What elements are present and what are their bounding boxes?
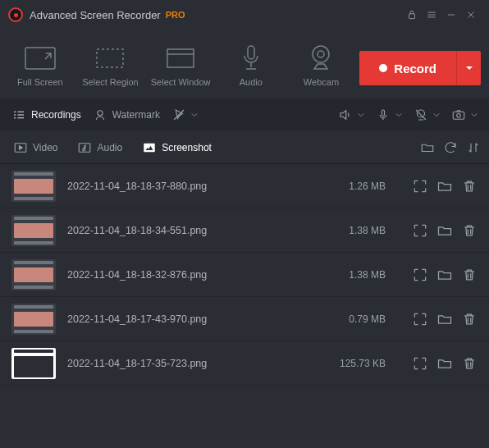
- file-row[interactable]: 2022-11-04_18-18-32-876.png 1.38 MB: [0, 253, 489, 297]
- mode-window[interactable]: Select Window: [149, 44, 213, 87]
- mic-toggle[interactable]: [372, 104, 405, 126]
- thumbnail: [11, 215, 56, 246]
- edit-icon[interactable]: [412, 267, 428, 283]
- chevron-down-icon: [395, 112, 402, 118]
- file-name: 2022-11-04_18-18-32-876.png: [67, 269, 264, 281]
- microphone-icon: [233, 44, 269, 72]
- file-name: 2022-11-04_18-17-43-970.png: [67, 313, 264, 325]
- recordings-label: Recordings: [31, 109, 81, 121]
- file-size: 125.73 KB: [320, 358, 386, 369]
- recordings-toggle[interactable]: Recordings: [8, 104, 85, 126]
- mode-label: Audio: [240, 77, 263, 87]
- file-list: 2022-11-04_18-18-37-880.png 1.26 MB 2022…: [0, 164, 489, 386]
- trash-icon[interactable]: [461, 355, 478, 372]
- thumbnail: [11, 304, 56, 335]
- settings-toolbar: Recordings Watermark: [0, 98, 489, 131]
- webcam-icon: [303, 44, 339, 72]
- tab-screenshot[interactable]: Screenshot: [137, 137, 217, 158]
- svg-point-11: [457, 114, 461, 118]
- mode-label: Select Region: [82, 77, 139, 87]
- trash-icon[interactable]: [461, 311, 478, 327]
- file-row[interactable]: 2022-11-04_18-17-43-970.png 0.79 MB: [0, 297, 489, 341]
- refresh-icon[interactable]: [443, 140, 458, 155]
- file-row[interactable]: 2022-11-04_18-18-34-551.png 1.38 MB: [0, 208, 489, 253]
- svg-point-6: [318, 51, 324, 57]
- webcam-toggle[interactable]: [410, 104, 443, 126]
- file-name: 2022-11-04_18-18-34-551.png: [67, 225, 264, 236]
- tab-video[interactable]: Video: [8, 137, 62, 158]
- mode-label: Full Screen: [17, 77, 63, 87]
- edit-icon[interactable]: [412, 355, 428, 372]
- chevron-down-icon: [433, 112, 440, 118]
- chevron-down-icon: [471, 112, 478, 118]
- folder-icon[interactable]: [436, 222, 453, 239]
- mode-label: Select Window: [151, 77, 211, 87]
- open-folder-icon[interactable]: [420, 140, 435, 155]
- svg-rect-10: [453, 112, 464, 119]
- svg-rect-2: [97, 49, 123, 67]
- speaker-toggle[interactable]: [335, 104, 368, 126]
- record-dropdown[interactable]: [456, 51, 481, 85]
- svg-rect-0: [409, 14, 415, 19]
- file-name: 2022-11-04_18-17-35-723.png: [67, 358, 264, 369]
- trash-icon[interactable]: [461, 267, 478, 283]
- camera-icon: [451, 107, 466, 122]
- camera-toggle[interactable]: [448, 104, 481, 126]
- file-size: 0.79 MB: [320, 313, 386, 325]
- thumbnail: [11, 259, 56, 290]
- mode-label: Webcam: [304, 77, 339, 87]
- lock-icon[interactable]: [402, 5, 422, 25]
- screenshot-icon: [142, 140, 157, 155]
- folder-icon[interactable]: [436, 178, 453, 194]
- sort-icon[interactable]: [466, 140, 481, 155]
- record-button[interactable]: Record: [359, 51, 456, 85]
- file-row[interactable]: 2022-11-04_18-18-37-880.png 1.26 MB: [0, 164, 489, 208]
- file-name: 2022-11-04_18-18-37-880.png: [67, 181, 264, 192]
- window-icon: [162, 44, 199, 72]
- edit-icon[interactable]: [412, 311, 428, 327]
- tab-label: Audio: [97, 142, 122, 153]
- titlebar: Advanced Screen Recorder PRO: [0, 0, 489, 30]
- mic-icon: [376, 107, 391, 122]
- video-icon: [13, 140, 28, 155]
- pro-badge: PRO: [166, 10, 185, 20]
- file-size: 1.26 MB: [320, 181, 386, 192]
- trash-icon[interactable]: [461, 178, 478, 194]
- mode-region[interactable]: Select Region: [79, 44, 143, 87]
- list-icon: [11, 107, 26, 122]
- chevron-down-icon: [191, 112, 198, 118]
- watermark-toggle[interactable]: Watermark: [89, 104, 163, 126]
- folder-icon[interactable]: [436, 355, 453, 372]
- svg-point-9: [418, 110, 425, 117]
- svg-point-5: [313, 46, 329, 62]
- webcam-off-icon: [414, 107, 428, 122]
- close-icon[interactable]: [461, 5, 481, 25]
- mode-fullscreen[interactable]: Full Screen: [8, 44, 72, 87]
- mode-bar: Full Screen Select Region Select Window …: [0, 30, 489, 98]
- region-icon: [92, 44, 128, 72]
- chevron-down-icon: [358, 112, 364, 118]
- edit-icon[interactable]: [412, 222, 428, 239]
- fullscreen-icon: [22, 44, 58, 72]
- tab-label: Video: [33, 142, 57, 153]
- watermark-icon: [93, 107, 107, 122]
- menu-icon[interactable]: [422, 5, 441, 25]
- folder-icon[interactable]: [436, 311, 453, 327]
- tab-label: Screenshot: [162, 142, 212, 153]
- file-row[interactable]: 2022-11-04_18-17-35-723.png 125.73 KB: [0, 341, 489, 386]
- svg-point-7: [98, 111, 103, 116]
- edit-icon[interactable]: [412, 178, 428, 194]
- svg-rect-4: [248, 46, 254, 59]
- cursor-off-icon: [171, 107, 186, 122]
- svg-rect-8: [382, 110, 385, 117]
- mode-audio[interactable]: Audio: [219, 44, 283, 87]
- record-label: Record: [394, 62, 436, 75]
- trash-icon[interactable]: [461, 222, 478, 239]
- minimize-icon[interactable]: [441, 5, 461, 25]
- tab-audio[interactable]: Audio: [72, 137, 127, 158]
- cursor-toggle[interactable]: [168, 104, 201, 126]
- app-logo-icon: [8, 7, 23, 22]
- svg-rect-3: [167, 49, 194, 67]
- folder-icon[interactable]: [436, 267, 453, 283]
- mode-webcam[interactable]: Webcam: [290, 44, 354, 87]
